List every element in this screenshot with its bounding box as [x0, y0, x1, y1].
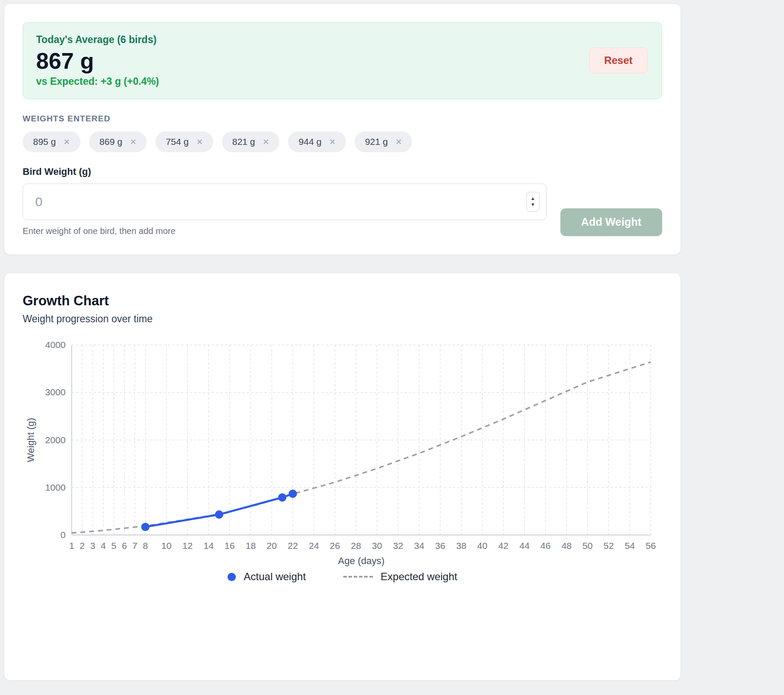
svg-text:18: 18: [245, 541, 256, 551]
weight-chip: 944 g×: [288, 131, 346, 152]
svg-text:52: 52: [603, 541, 614, 551]
weight-chip-label: 869 g: [100, 137, 123, 147]
todays-average-title: Today's Average (6 birds): [36, 34, 649, 46]
todays-average-banner: Today's Average (6 birds) 867 g vs Expec…: [23, 22, 662, 99]
remove-weight-icon[interactable]: ×: [395, 137, 402, 147]
weight-input-row: ▲ ▼ Enter weight of one bird, then add m…: [23, 184, 662, 236]
weight-chips: 895 g×869 g×754 g×821 g×944 g×921 g×: [23, 131, 662, 152]
weight-chip-label: 821 g: [232, 137, 255, 147]
actual-weight-dot-icon: [228, 573, 236, 581]
svg-text:32: 32: [393, 541, 403, 551]
todays-average-value: 867 g: [36, 49, 649, 73]
actual-weight-point: [278, 493, 286, 501]
svg-text:40: 40: [477, 541, 488, 551]
input-helper-text: Enter weight of one bird, then add more: [23, 226, 546, 236]
svg-text:8: 8: [143, 541, 148, 551]
actual-weight-point: [288, 489, 297, 498]
legend-item-actual: Actual weight: [228, 571, 306, 583]
svg-text:1000: 1000: [45, 482, 66, 492]
svg-text:26: 26: [330, 541, 340, 551]
growth-chart-svg: 1234567810121416182022242628303234363840…: [23, 338, 662, 567]
svg-text:30: 30: [372, 541, 382, 551]
number-stepper[interactable]: ▲ ▼: [526, 192, 539, 212]
vs-expected-text: vs Expected: +3 g (+0.4%): [36, 76, 649, 87]
reset-button[interactable]: Reset: [589, 47, 648, 74]
remove-weight-icon[interactable]: ×: [130, 137, 136, 147]
weight-chip: 921 g×: [355, 131, 412, 152]
weight-chip: 895 g×: [23, 131, 80, 152]
weight-chip-label: 754 g: [166, 137, 189, 147]
weight-input-wrap: ▲ ▼: [23, 184, 546, 220]
weight-chip-label: 944 g: [298, 137, 322, 147]
svg-text:44: 44: [519, 541, 530, 551]
weight-entry-card: Today's Average (6 birds) 867 g vs Expec…: [4, 3, 681, 255]
svg-text:24: 24: [309, 541, 319, 551]
svg-text:12: 12: [182, 541, 193, 551]
svg-text:1: 1: [69, 541, 74, 551]
svg-text:34: 34: [414, 541, 425, 551]
actual-weight-point: [141, 523, 150, 531]
svg-text:42: 42: [498, 541, 509, 551]
svg-text:38: 38: [456, 541, 466, 551]
weight-chip: 869 g×: [89, 131, 147, 152]
svg-text:4000: 4000: [45, 340, 66, 350]
stepper-up-icon[interactable]: ▲: [530, 196, 535, 201]
chart-y-tick-labels: 01000200030004000: [45, 340, 66, 540]
svg-text:3: 3: [90, 541, 95, 551]
growth-chart-subtitle: Weight progression over time: [23, 313, 662, 325]
remove-weight-icon[interactable]: ×: [329, 137, 335, 147]
x-axis-title: Age (days): [338, 555, 385, 566]
weight-chip: 821 g×: [222, 131, 280, 152]
svg-text:50: 50: [583, 541, 593, 551]
add-weight-button[interactable]: Add Weight: [560, 208, 662, 236]
chart-legend: Actual weight Expected weight: [23, 571, 662, 583]
legend-expected-label: Expected weight: [381, 571, 457, 583]
expected-weight-line: [72, 362, 651, 533]
bird-weight-input[interactable]: [23, 184, 546, 220]
svg-text:28: 28: [351, 541, 361, 551]
svg-text:48: 48: [561, 541, 572, 551]
svg-text:46: 46: [540, 541, 550, 551]
svg-text:5: 5: [111, 541, 117, 551]
svg-text:7: 7: [132, 541, 137, 551]
weights-entered-label: WEIGHTS ENTERED: [23, 114, 662, 124]
weight-input-column: ▲ ▼ Enter weight of one bird, then add m…: [23, 184, 546, 236]
svg-text:36: 36: [435, 541, 445, 551]
weight-chip-label: 895 g: [33, 137, 56, 147]
svg-text:4: 4: [101, 541, 106, 551]
svg-text:54: 54: [625, 541, 635, 551]
growth-chart-title: Growth Chart: [23, 293, 662, 309]
svg-text:6: 6: [122, 541, 127, 551]
weight-chip-label: 921 g: [365, 137, 388, 147]
stepper-down-icon[interactable]: ▼: [530, 202, 535, 207]
svg-text:14: 14: [204, 541, 214, 551]
svg-text:3000: 3000: [45, 387, 66, 397]
growth-chart-card: Growth Chart Weight progression over tim…: [4, 273, 681, 681]
svg-text:2: 2: [80, 541, 85, 551]
legend-actual-label: Actual weight: [244, 571, 306, 583]
svg-text:2000: 2000: [45, 434, 66, 444]
remove-weight-icon[interactable]: ×: [197, 137, 203, 147]
chart-x-tick-labels: 1234567810121416182022242628303234363840…: [69, 541, 656, 551]
svg-text:0: 0: [60, 530, 66, 540]
y-axis-title: Weight (g): [25, 418, 36, 462]
chart-grid: [72, 345, 651, 535]
page: Today's Average (6 birds) 867 g vs Expec…: [4, 3, 681, 681]
svg-text:56: 56: [646, 541, 656, 551]
weight-chip: 754 g×: [155, 131, 213, 152]
svg-text:22: 22: [288, 541, 298, 551]
svg-text:20: 20: [267, 541, 277, 551]
actual-weight-point: [215, 510, 223, 518]
remove-weight-icon[interactable]: ×: [263, 137, 269, 147]
svg-text:10: 10: [161, 541, 172, 551]
svg-text:16: 16: [224, 541, 235, 551]
legend-item-expected: Expected weight: [343, 571, 457, 583]
expected-weight-dash-icon: [343, 576, 373, 578]
bird-weight-label: Bird Weight (g): [23, 166, 662, 177]
remove-weight-icon[interactable]: ×: [64, 137, 70, 147]
